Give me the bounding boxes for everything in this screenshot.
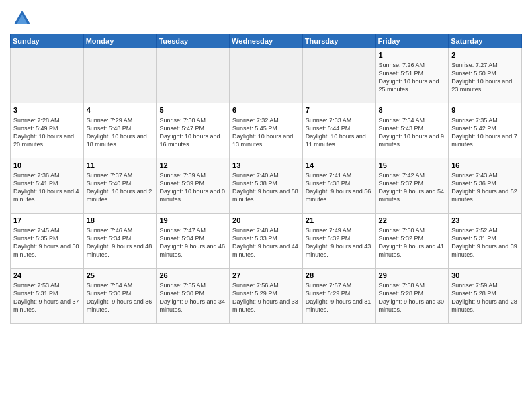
- day-info-line: Daylight: 10 hours and 0 minutes.: [159, 187, 226, 203]
- day-info-line: Daylight: 9 hours and 30 minutes.: [379, 298, 446, 314]
- day-info-line: Sunrise: 7:57 AM: [306, 281, 373, 289]
- day-info-line: Daylight: 10 hours and 25 minutes.: [379, 77, 446, 93]
- calendar-week-3: 17Sunrise: 7:45 AMSunset: 5:35 PMDayligh…: [11, 214, 522, 269]
- calendar-cell: 7Sunrise: 7:33 AMSunset: 5:44 PMDaylight…: [302, 103, 375, 158]
- day-info-line: Daylight: 9 hours and 50 minutes.: [13, 242, 81, 259]
- day-info-line: Daylight: 10 hours and 20 minutes.: [13, 132, 81, 148]
- day-number: 10: [13, 161, 81, 171]
- day-info-line: Sunrise: 7:45 AM: [13, 226, 81, 234]
- day-number: 8: [379, 105, 446, 116]
- calendar-cell: [230, 48, 303, 103]
- day-info-line: Daylight: 10 hours and 9 minutes.: [379, 132, 446, 148]
- calendar-cell: [11, 48, 84, 103]
- day-number: 21: [306, 216, 373, 226]
- day-info-line: Daylight: 9 hours and 33 minutes.: [232, 298, 300, 314]
- day-info-line: Sunset: 5:38 PM: [306, 179, 373, 187]
- calendar-cell: 20Sunrise: 7:48 AMSunset: 5:33 PMDayligh…: [230, 214, 303, 269]
- calendar-week-2: 10Sunrise: 7:36 AMSunset: 5:41 PMDayligh…: [11, 158, 522, 214]
- day-number: 15: [379, 161, 446, 171]
- day-info-line: Daylight: 10 hours and 2 minutes.: [87, 187, 154, 203]
- weekday-thursday: Thursday: [302, 34, 375, 48]
- day-info-line: Sunrise: 7:43 AM: [451, 171, 519, 179]
- day-info-line: Daylight: 9 hours and 28 minutes.: [451, 298, 519, 314]
- day-number: 26: [159, 271, 226, 281]
- calendar-week-1: 3Sunrise: 7:28 AMSunset: 5:49 PMDaylight…: [11, 103, 522, 158]
- calendar-table: SundayMondayTuesdayWednesdayThursdayFrid…: [10, 34, 522, 324]
- calendar-cell: 2Sunrise: 7:27 AMSunset: 5:50 PMDaylight…: [449, 48, 522, 103]
- day-info-line: Sunset: 5:36 PM: [451, 179, 519, 187]
- day-info-line: Sunrise: 7:33 AM: [306, 116, 373, 124]
- calendar-cell: 5Sunrise: 7:30 AMSunset: 5:47 PMDaylight…: [157, 103, 230, 158]
- day-info-line: Sunset: 5:44 PM: [306, 124, 373, 132]
- day-number: 13: [232, 161, 300, 171]
- day-info-line: Sunrise: 7:52 AM: [451, 226, 519, 234]
- day-info-line: Sunrise: 7:49 AM: [306, 226, 373, 234]
- day-number: 7: [306, 105, 373, 116]
- day-info-line: Daylight: 9 hours and 31 minutes.: [306, 298, 373, 314]
- day-info-line: Daylight: 10 hours and 7 minutes.: [451, 132, 519, 148]
- day-info-line: Sunset: 5:38 PM: [232, 179, 300, 187]
- calendar-cell: 13Sunrise: 7:40 AMSunset: 5:38 PMDayligh…: [230, 158, 303, 214]
- day-number: 28: [306, 271, 373, 281]
- weekday-wednesday: Wednesday: [230, 34, 303, 48]
- day-info-line: Daylight: 9 hours and 58 minutes.: [232, 187, 300, 203]
- weekday-sunday: Sunday: [11, 34, 84, 48]
- calendar-cell: 9Sunrise: 7:35 AMSunset: 5:42 PMDaylight…: [449, 103, 522, 158]
- day-info-line: Daylight: 9 hours and 39 minutes.: [451, 242, 519, 259]
- day-number: 3: [13, 105, 81, 116]
- day-info-line: Sunrise: 7:29 AM: [87, 116, 154, 124]
- day-info-line: Sunrise: 7:53 AM: [13, 281, 81, 289]
- day-info-line: Sunrise: 7:30 AM: [159, 116, 226, 124]
- calendar-cell: 24Sunrise: 7:53 AMSunset: 5:31 PMDayligh…: [11, 269, 84, 324]
- day-info-line: Sunrise: 7:36 AM: [13, 171, 81, 179]
- day-info-line: Daylight: 10 hours and 4 minutes.: [13, 187, 81, 203]
- day-info-line: Sunset: 5:40 PM: [87, 179, 154, 187]
- day-info-line: Sunrise: 7:48 AM: [232, 226, 300, 234]
- day-info-line: Daylight: 9 hours and 34 minutes.: [159, 298, 226, 314]
- day-number: 16: [451, 161, 519, 171]
- day-number: 2: [451, 50, 519, 60]
- day-info-line: Sunset: 5:34 PM: [87, 234, 154, 242]
- day-info-line: Sunrise: 7:41 AM: [306, 171, 373, 179]
- logo: [10, 9, 32, 28]
- calendar-cell: 29Sunrise: 7:58 AMSunset: 5:28 PMDayligh…: [375, 269, 449, 324]
- calendar-cell: [302, 48, 375, 103]
- day-info-line: Sunrise: 7:32 AM: [232, 116, 300, 124]
- day-info-line: Sunset: 5:28 PM: [451, 289, 519, 298]
- calendar-cell: 28Sunrise: 7:57 AMSunset: 5:29 PMDayligh…: [302, 269, 375, 324]
- calendar-cell: 6Sunrise: 7:32 AMSunset: 5:45 PMDaylight…: [230, 103, 303, 158]
- calendar-cell: 1Sunrise: 7:26 AMSunset: 5:51 PMDaylight…: [375, 48, 449, 103]
- day-info-line: Sunrise: 7:59 AM: [451, 281, 519, 289]
- calendar-cell: 17Sunrise: 7:45 AMSunset: 5:35 PMDayligh…: [11, 214, 84, 269]
- day-info-line: Sunset: 5:37 PM: [379, 179, 446, 187]
- weekday-monday: Monday: [83, 34, 157, 48]
- day-info-line: Sunset: 5:30 PM: [159, 289, 226, 298]
- day-info-line: Daylight: 9 hours and 41 minutes.: [379, 242, 446, 259]
- day-info-line: Sunrise: 7:34 AM: [379, 116, 446, 124]
- calendar-cell: [157, 48, 230, 103]
- calendar-cell: 21Sunrise: 7:49 AMSunset: 5:32 PMDayligh…: [302, 214, 375, 269]
- day-info-line: Sunset: 5:33 PM: [232, 234, 300, 242]
- day-info-line: Sunset: 5:50 PM: [451, 69, 519, 77]
- day-info-line: Sunset: 5:28 PM: [379, 289, 446, 298]
- calendar-cell: 16Sunrise: 7:43 AMSunset: 5:36 PMDayligh…: [449, 158, 522, 214]
- calendar-cell: 27Sunrise: 7:56 AMSunset: 5:29 PMDayligh…: [230, 269, 303, 324]
- day-info-line: Sunset: 5:30 PM: [87, 289, 154, 298]
- day-info-line: Sunset: 5:49 PM: [13, 124, 81, 132]
- day-info-line: Sunset: 5:47 PM: [159, 124, 226, 132]
- day-info-line: Sunset: 5:34 PM: [159, 234, 226, 242]
- calendar-week-4: 24Sunrise: 7:53 AMSunset: 5:31 PMDayligh…: [11, 269, 522, 324]
- day-info-line: Daylight: 9 hours and 37 minutes.: [13, 298, 81, 314]
- day-info-line: Sunrise: 7:46 AM: [87, 226, 154, 234]
- day-info-line: Sunset: 5:39 PM: [159, 179, 226, 187]
- day-info-line: Sunset: 5:35 PM: [13, 234, 81, 242]
- day-number: 12: [159, 161, 226, 171]
- day-number: 30: [451, 271, 519, 281]
- day-number: 22: [379, 216, 446, 226]
- day-info-line: Sunset: 5:32 PM: [379, 234, 446, 242]
- day-info-line: Sunset: 5:43 PM: [379, 124, 446, 132]
- day-info-line: Sunrise: 7:58 AM: [379, 281, 446, 289]
- day-number: 4: [87, 105, 154, 116]
- day-number: 17: [13, 216, 81, 226]
- day-number: 25: [87, 271, 154, 281]
